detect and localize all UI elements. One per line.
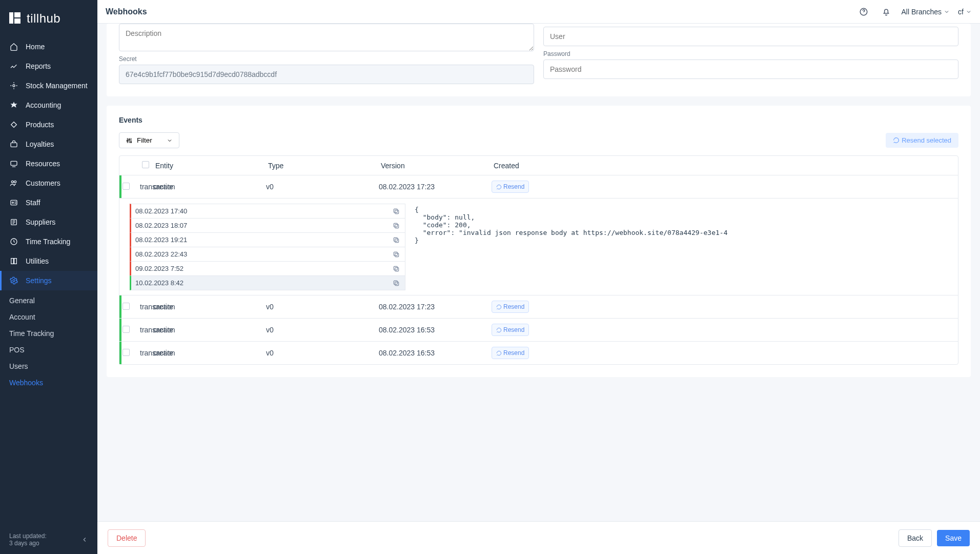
sub-timetracking[interactable]: Time Tracking	[0, 325, 97, 342]
sub-account[interactable]: Account	[0, 309, 97, 325]
row-checkbox[interactable]	[122, 183, 130, 190]
svg-point-6	[12, 202, 14, 204]
main-panel: Webhooks All Branches cf Secret Passw	[97, 0, 980, 554]
cell-entity: transaction	[140, 349, 153, 357]
svg-rect-1	[11, 143, 17, 147]
col-version: Version	[379, 162, 492, 170]
sidebar-item-label: Settings	[26, 276, 52, 285]
table-row[interactable]: transaction create v0 08.02.2023 17:23 R…	[119, 295, 958, 319]
attempt-row[interactable]: 08.02.2023 17:40	[130, 204, 405, 219]
sidebar-item-accounting[interactable]: Accounting	[0, 95, 97, 115]
sidebar-item-label: Customers	[26, 179, 60, 187]
sidebar-item-home[interactable]: Home	[0, 37, 97, 56]
events-card: Events Filter Resend selected	[107, 106, 971, 377]
resend-button[interactable]: Resend	[492, 181, 529, 193]
refresh-icon	[496, 304, 502, 310]
table-header: Entity Type Version Created	[119, 156, 958, 175]
attempt-row[interactable]: 08.02.2023 18:07	[130, 218, 405, 233]
cell-version: v0	[266, 326, 379, 334]
svg-rect-23	[394, 252, 397, 255]
select-all-checkbox[interactable]	[142, 161, 149, 168]
svg-rect-16	[395, 210, 399, 213]
back-button[interactable]: Back	[899, 529, 932, 547]
sidebar-item-timetracking[interactable]: Time Tracking	[0, 232, 97, 251]
cell-created: 08.02.2023 17:23	[379, 303, 492, 311]
table-row[interactable]: transaction create v0 08.02.2023 16:53 R…	[119, 342, 958, 364]
collapse-sidebar-icon[interactable]	[81, 536, 88, 543]
copy-icon[interactable]	[393, 208, 400, 215]
user-menu[interactable]: cf	[958, 8, 972, 16]
sidebar-item-utilities[interactable]: Utilities	[0, 251, 97, 271]
copy-icon[interactable]	[393, 222, 400, 229]
resend-selected-button[interactable]: Resend selected	[886, 133, 958, 148]
cell-version: v0	[266, 349, 379, 357]
copy-icon[interactable]	[393, 280, 400, 287]
sub-pos[interactable]: POS	[0, 342, 97, 358]
delete-button[interactable]: Delete	[108, 529, 146, 547]
svg-rect-24	[395, 267, 399, 271]
sub-webhooks[interactable]: Webhooks	[0, 374, 97, 391]
bell-icon[interactable]	[879, 5, 893, 19]
secret-label: Secret	[119, 55, 534, 63]
content-scroll[interactable]: Secret Password Events Filter	[97, 24, 980, 521]
table-row[interactable]: transaction create v0 08.02.2023 16:53 R…	[119, 319, 958, 342]
sidebar-item-label: Products	[26, 121, 54, 129]
cell-entity: transaction	[140, 183, 153, 191]
copy-icon[interactable]	[393, 265, 400, 272]
sidebar-item-settings[interactable]: Settings	[0, 271, 97, 290]
filter-button[interactable]: Filter	[119, 132, 179, 148]
copy-icon[interactable]	[393, 236, 400, 244]
attempt-row[interactable]: 08.02.2023 19:21	[130, 232, 405, 247]
description-input[interactable]	[119, 24, 534, 51]
resend-button[interactable]: Resend	[492, 347, 529, 359]
user-input[interactable]	[543, 27, 958, 46]
logo: tillhub	[0, 0, 97, 37]
sidebar-item-customers[interactable]: Customers	[0, 173, 97, 193]
sidebar-item-staff[interactable]: Staff	[0, 193, 97, 212]
svg-rect-21	[394, 238, 397, 241]
sidebar-item-stock[interactable]: Stock Management	[0, 76, 97, 95]
sidebar-item-label: Home	[26, 43, 45, 51]
row-checkbox[interactable]	[122, 303, 130, 310]
accounting-icon	[9, 101, 18, 110]
sub-users[interactable]: Users	[0, 358, 97, 374]
status-stripe	[119, 175, 121, 198]
row-checkbox[interactable]	[122, 349, 130, 356]
resend-button[interactable]: Resend	[492, 301, 529, 313]
table-row[interactable]: transaction create v0 08.02.2023 17:23 R…	[119, 175, 958, 199]
copy-icon[interactable]	[393, 251, 400, 258]
row-checkbox[interactable]	[122, 326, 130, 333]
resend-button[interactable]: Resend	[492, 324, 529, 336]
svg-rect-9	[11, 259, 14, 264]
footer-bar: Delete Back Save	[97, 521, 980, 554]
sidebar-item-loyalties[interactable]: Loyalties	[0, 134, 97, 154]
topbar: Webhooks All Branches cf	[97, 0, 980, 24]
cell-entity: transaction	[140, 303, 153, 311]
attempt-row[interactable]: 08.02.2023 22:43	[130, 247, 405, 262]
cell-type: create	[153, 183, 266, 191]
sidebar-item-resources[interactable]: Resources	[0, 154, 97, 173]
cell-type: create	[153, 349, 266, 357]
sidebar-item-suppliers[interactable]: Suppliers	[0, 212, 97, 232]
resources-icon	[9, 159, 18, 168]
logo-icon	[9, 12, 22, 25]
password-input[interactable]	[543, 60, 958, 79]
svg-point-4	[14, 181, 16, 183]
secret-input[interactable]	[119, 65, 534, 84]
attempt-row[interactable]: 09.02.2023 7:52	[130, 261, 405, 276]
save-button[interactable]: Save	[937, 530, 970, 546]
sidebar-item-label: Accounting	[26, 101, 61, 109]
svg-point-3	[11, 181, 13, 183]
help-icon[interactable]	[856, 5, 871, 19]
resend-selected-label: Resend selected	[902, 136, 951, 144]
branches-select[interactable]: All Branches	[902, 8, 950, 16]
attempts-list: 08.02.2023 17:40 08.02.2023 18:07 08.02.…	[119, 199, 405, 295]
sidebar: tillhub Home Reports Stock Management Ac…	[0, 0, 97, 554]
branches-label: All Branches	[902, 8, 942, 16]
cell-entity: transaction	[140, 326, 153, 334]
sub-general[interactable]: General	[0, 292, 97, 309]
filter-icon	[126, 137, 133, 144]
sidebar-item-reports[interactable]: Reports	[0, 56, 97, 76]
sidebar-item-products[interactable]: Products	[0, 115, 97, 134]
attempt-row[interactable]: 10.02.2023 8:42	[130, 275, 405, 290]
